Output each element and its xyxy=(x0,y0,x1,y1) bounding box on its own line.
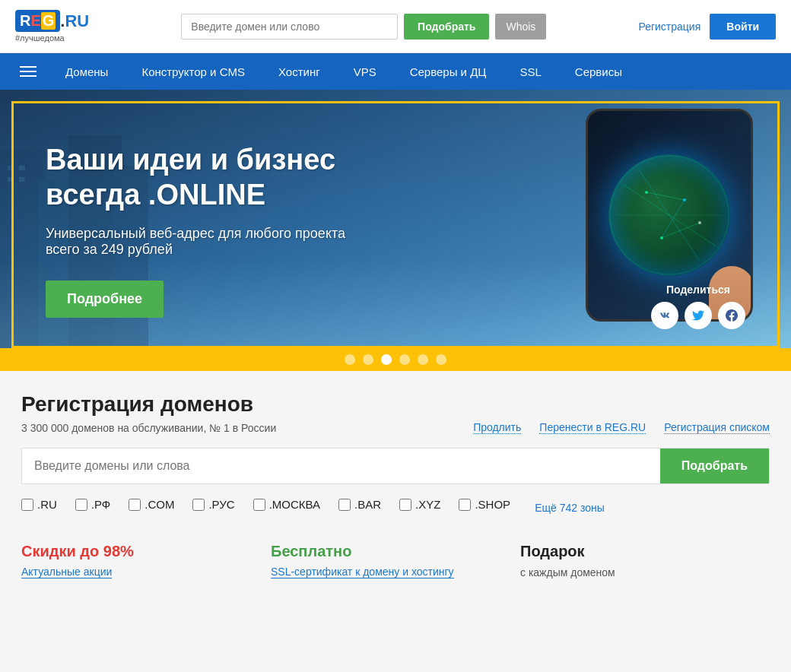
zone-shop-checkbox[interactable] xyxy=(459,499,471,511)
banner-cta-button[interactable]: Подробнее xyxy=(46,281,164,318)
dot-1[interactable] xyxy=(345,354,355,365)
dot-6[interactable] xyxy=(436,354,446,365)
logo[interactable]: R E G . RU xyxy=(15,10,89,32)
nav-item-cms[interactable]: Конструктор и CMS xyxy=(125,53,262,90)
share-facebook-button[interactable] xyxy=(718,302,745,329)
dot-5[interactable] xyxy=(418,354,428,365)
header-search-button[interactable]: Подобрать xyxy=(404,14,489,40)
share-icons xyxy=(651,302,745,329)
logo-area: R E G . RU #лучшедома xyxy=(15,10,89,43)
promo-free-title: Бесплатно xyxy=(271,543,520,560)
zone-ru-checkbox[interactable] xyxy=(21,499,33,511)
nav-link-hosting[interactable]: Хостинг xyxy=(262,53,337,90)
zone-checkboxes: .RU .РФ .COM .РУС .МОСКВА .BAR .XYZ .SH xyxy=(21,498,770,517)
main-nav: Домены Конструктор и CMS Хостинг VPS Сер… xyxy=(0,53,791,90)
domain-action-links: Продлить Перенести в REG.RU Регистрация … xyxy=(473,421,770,434)
bulk-register-link[interactable]: Регистрация списком xyxy=(664,421,770,434)
promo-gift-desc: с каждым доменом xyxy=(520,565,770,581)
zone-rus: .РУС xyxy=(192,498,234,511)
nav-item-ssl[interactable]: SSL xyxy=(503,53,558,90)
nav-link-domains[interactable]: Домены xyxy=(49,53,125,90)
header-auth: Регистрация Войти xyxy=(638,14,776,40)
nav-link-cms[interactable]: Конструктор и CMS xyxy=(125,53,262,90)
zone-com-label[interactable]: .COM xyxy=(145,498,174,511)
hero-banner: Ваши идеи и бизнес всегда .ONLINE Универ… xyxy=(0,90,791,371)
nav-item-servers[interactable]: Серверы и ДЦ xyxy=(393,53,504,90)
banner-subtitle: Универсальный веб-адрес для любого проек… xyxy=(46,226,380,258)
header: R E G . RU #лучшедома Подобрать Whois Ре… xyxy=(0,0,791,53)
dot-2[interactable] xyxy=(363,354,373,365)
zone-bar-checkbox[interactable] xyxy=(338,499,351,511)
share-label: Поделиться xyxy=(666,284,730,296)
zone-rf-checkbox[interactable] xyxy=(75,499,87,511)
svg-line-18 xyxy=(662,223,700,238)
logo-box: R E G xyxy=(15,10,60,32)
promo-gift: Подарок с каждым доменом xyxy=(520,535,770,588)
zone-ru: .RU xyxy=(21,498,57,511)
login-button[interactable]: Войти xyxy=(710,14,776,40)
banner-dots xyxy=(345,354,446,365)
zone-shop: .SHOP xyxy=(459,498,510,511)
domain-section-subheader: 3 300 000 доменов на обслуживании, № 1 в… xyxy=(21,421,770,434)
domain-count-text: 3 300 000 доменов на обслуживании, № 1 в… xyxy=(21,422,276,434)
nav-item-services[interactable]: Сервисы xyxy=(558,53,639,90)
more-zones-link[interactable]: Ещё 742 зоны xyxy=(535,502,605,514)
nav-link-services[interactable]: Сервисы xyxy=(558,53,639,90)
zone-shop-label[interactable]: .SHOP xyxy=(475,498,510,511)
logo-g: G xyxy=(41,12,56,30)
svg-line-17 xyxy=(662,200,685,238)
logo-e: E xyxy=(30,12,40,30)
zone-xyz-checkbox[interactable] xyxy=(399,499,411,511)
share-section: Поделиться xyxy=(651,284,745,329)
banner-title: Ваши идеи и бизнес всегда .ONLINE xyxy=(46,143,380,212)
network-lines xyxy=(608,154,730,276)
nav-item-vps[interactable]: VPS xyxy=(337,53,393,90)
promo-free: Бесплатно SSL-сертификат к домену и хост… xyxy=(271,535,520,588)
nav-items: Домены Конструктор и CMS Хостинг VPS Сер… xyxy=(49,53,639,90)
transfer-link[interactable]: Перенести в REG.RU xyxy=(539,421,646,434)
dot-4[interactable] xyxy=(399,354,410,365)
header-search-area: Подобрать Whois xyxy=(181,14,546,40)
dot-3[interactable] xyxy=(381,354,392,365)
zone-moskva: .МОСКВА xyxy=(253,498,320,511)
domain-section-title: Регистрация доменов xyxy=(21,392,770,417)
promo-discounts-title: Скидки до 98% xyxy=(21,543,271,560)
logo-ru-text: RU xyxy=(65,11,89,31)
zone-ru-label[interactable]: .RU xyxy=(37,498,57,511)
zone-bar-label[interactable]: .BAR xyxy=(354,498,381,511)
nav-link-servers[interactable]: Серверы и ДЦ xyxy=(393,53,504,90)
banner-content: Ваши идеи и бизнес всегда .ONLINE Универ… xyxy=(0,113,426,348)
header-whois-button[interactable]: Whois xyxy=(495,14,546,40)
zone-moskva-checkbox[interactable] xyxy=(253,499,265,511)
zone-rf-label[interactable]: .РФ xyxy=(91,498,110,511)
zone-moskva-label[interactable]: .МОСКВА xyxy=(269,498,320,511)
domain-search-input[interactable] xyxy=(22,449,660,483)
logo-tagline: #лучшедома xyxy=(15,33,89,43)
renew-link[interactable]: Продлить xyxy=(473,421,521,434)
zone-xyz-label[interactable]: .XYZ xyxy=(415,498,440,511)
zone-com: .COM xyxy=(129,498,174,511)
nav-link-vps[interactable]: VPS xyxy=(337,53,393,90)
promo-discounts: Скидки до 98% Актуальные акции xyxy=(21,535,271,588)
logo-r: R xyxy=(20,12,30,30)
nav-item-domains[interactable]: Домены xyxy=(49,53,125,90)
nav-item-hosting[interactable]: Хостинг xyxy=(262,53,337,90)
share-twitter-button[interactable] xyxy=(685,302,712,329)
register-link[interactable]: Регистрация xyxy=(638,21,700,33)
zone-com-checkbox[interactable] xyxy=(129,499,141,511)
zone-rus-label[interactable]: .РУС xyxy=(208,498,234,511)
promo-discounts-link[interactable]: Актуальные акции xyxy=(21,566,112,578)
promo-free-link[interactable]: SSL-сертификат к домену и хостингу xyxy=(271,566,454,578)
earth-graphic xyxy=(608,154,730,276)
zone-bar: .BAR xyxy=(338,498,381,511)
promo-row: Скидки до 98% Актуальные акции Бесплатно… xyxy=(21,535,770,588)
header-search-input[interactable] xyxy=(181,14,398,40)
zone-rus-checkbox[interactable] xyxy=(192,499,205,511)
domain-search-button[interactable]: Подобрать xyxy=(660,449,769,483)
domain-registration-section: Регистрация доменов 3 300 000 доменов на… xyxy=(0,371,791,604)
share-vk-button[interactable] xyxy=(651,302,678,329)
zone-rf: .РФ xyxy=(75,498,110,511)
hamburger-menu[interactable] xyxy=(8,66,49,77)
nav-link-ssl[interactable]: SSL xyxy=(503,53,558,90)
svg-line-16 xyxy=(646,192,685,200)
